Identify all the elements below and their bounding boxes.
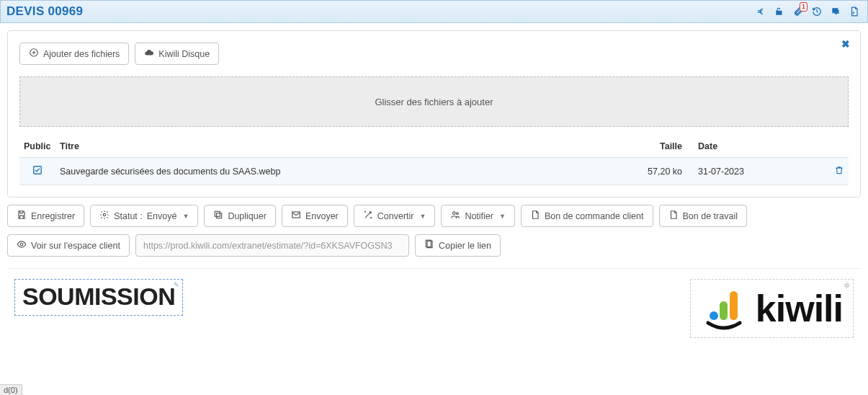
chevron-down-icon: ▼ (182, 213, 189, 220)
wand-icon (363, 210, 373, 222)
purchase-order-button[interactable]: Bon de commande client (521, 205, 653, 227)
kiwili-logo-text: kiwili (756, 287, 843, 330)
col-date: Date (686, 136, 830, 158)
file-title[interactable]: Sauvegarde sécurisées des documents du S… (55, 158, 586, 185)
page-title: DEVIS 00969 (6, 4, 83, 19)
history-icon[interactable] (810, 4, 824, 19)
svg-rect-12 (720, 301, 728, 320)
link-row: Voir sur l'espace client Copier le lien (7, 234, 861, 257)
col-public: Public (19, 136, 55, 158)
attachment-badge: 1 (800, 2, 807, 12)
status-button[interactable]: Statut : Envoyé ▼ (90, 205, 198, 227)
edit-icon[interactable]: ✎ (174, 281, 179, 288)
euro-icon[interactable] (753, 4, 768, 19)
duplicate-label: Dupliquer (228, 211, 267, 221)
public-checkbox[interactable] (19, 158, 55, 185)
soumission-title-box[interactable]: ✎ SOUMISSION (14, 279, 183, 316)
delete-file-button[interactable] (830, 158, 849, 185)
send-label: Envoyer (305, 211, 339, 221)
notify-label: Notifier (465, 211, 493, 221)
work-order-button[interactable]: Bon de travail (659, 205, 747, 227)
status-value: Envoyé (147, 211, 177, 221)
table-row: Sauvegarde sécurisées des documents du S… (19, 158, 849, 185)
save-label: Enregistrer (31, 211, 75, 221)
view-client-space-label: Voir sur l'espace client (31, 241, 120, 251)
files-panel-buttons: Ajouter des fichiers Kiwili Disque (19, 43, 849, 65)
save-icon (17, 210, 27, 222)
header-icons: 1 (753, 4, 862, 19)
soumission-text: SOUMISSION (22, 283, 175, 311)
file-icon (530, 210, 540, 222)
add-files-label: Ajouter des fichiers (43, 49, 120, 59)
svg-point-7 (457, 213, 459, 215)
pdf-icon[interactable] (847, 4, 862, 19)
send-button[interactable]: Envoyer (282, 205, 348, 227)
copy-icon (213, 210, 223, 222)
files-panel: ✖ Ajouter des fichiers Kiwili Disque Gli… (7, 30, 861, 198)
close-panel-icon[interactable]: ✖ (841, 38, 850, 50)
svg-point-8 (20, 243, 23, 246)
users-icon (450, 210, 460, 222)
status-prefix: Statut : (114, 211, 143, 221)
convert-button[interactable]: Convertir ▼ (354, 205, 436, 227)
duplicate-button[interactable]: Dupliquer (204, 205, 276, 227)
kiwili-disk-label: Kiwili Disque (158, 49, 210, 59)
kiwili-logo-icon (701, 285, 747, 332)
svg-rect-13 (730, 291, 738, 320)
save-button[interactable]: Enregistrer (7, 205, 84, 227)
purchase-order-label: Bon de commande client (545, 211, 644, 221)
logo-settings-icon[interactable]: ✲ (844, 281, 850, 290)
dropzone-label: Glisser des fichiers à ajouter (375, 97, 493, 107)
clipboard-icon (424, 239, 434, 252)
col-title: Titre (55, 136, 586, 158)
envelope-icon (291, 210, 301, 222)
eye-icon (17, 239, 27, 252)
table-header-row: Public Titre Taille Date (19, 136, 849, 158)
kiwili-logo: kiwili (701, 285, 843, 332)
attachment-icon[interactable]: 1 (791, 4, 805, 19)
view-client-space-button[interactable]: Voir sur l'espace client (7, 234, 130, 257)
col-size: Taille (586, 136, 686, 158)
copy-link-button[interactable]: Copier le lien (415, 234, 501, 257)
chat-icon[interactable] (828, 4, 843, 19)
actions-row: Enregistrer Statut : Envoyé ▼ Dupliquer … (7, 205, 861, 227)
copy-link-label: Copier le lien (439, 241, 491, 251)
work-order-label: Bon de travail (683, 211, 738, 221)
convert-label: Convertir (377, 211, 414, 221)
kiwili-disk-button[interactable]: Kiwili Disque (135, 43, 219, 65)
file-icon (668, 210, 679, 222)
notify-button[interactable]: Notifier ▼ (441, 205, 515, 227)
share-url-input[interactable] (135, 234, 409, 257)
preview-panel: ✎ SOUMISSION ✲ kiwili (7, 268, 861, 358)
chevron-down-icon: ▼ (499, 213, 506, 220)
svg-point-6 (453, 212, 456, 215)
svg-point-11 (710, 311, 718, 320)
unlock-icon[interactable] (772, 4, 787, 19)
svg-rect-4 (215, 211, 220, 216)
add-files-button[interactable]: Ajouter des fichiers (19, 43, 129, 65)
cloud-icon (144, 48, 154, 60)
chevron-down-icon: ▼ (419, 213, 426, 220)
file-size: 57,20 ko (586, 158, 686, 185)
logo-box[interactable]: ✲ kiwili (690, 279, 854, 338)
files-table: Public Titre Taille Date Sauvegarde sécu… (19, 136, 849, 185)
gear-icon (99, 210, 109, 222)
svg-point-2 (103, 213, 106, 216)
dropzone[interactable]: Glisser des fichiers à ajouter (19, 76, 849, 127)
file-date: 31-07-2023 (686, 158, 830, 185)
svg-rect-3 (217, 213, 222, 218)
header-bar: DEVIS 00969 1 (0, 0, 868, 23)
plus-circle-icon (29, 48, 39, 60)
